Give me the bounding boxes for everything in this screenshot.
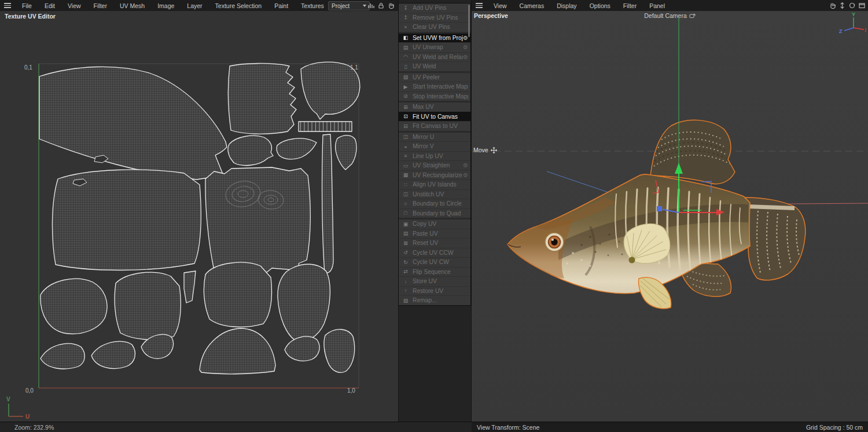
menu-item-label: Max UV	[413, 104, 468, 110]
menubar-item-uv-mesh[interactable]: UV Mesh	[113, 2, 151, 9]
dorsal-fin	[650, 120, 735, 184]
project-dropdown[interactable]: Project	[328, 1, 370, 10]
menu-item-label: Stop Interactive Mapping	[413, 93, 468, 100]
menu-item-label: Set UVW from Projection	[413, 35, 463, 41]
menubar-item-paint[interactable]: Paint	[268, 2, 295, 9]
menubar-item-view[interactable]: View	[487, 2, 513, 9]
menubar-item-cameras[interactable]: Cameras	[513, 2, 551, 9]
menu-item-label: Boundary to Circle	[413, 200, 468, 207]
uv-island	[336, 136, 356, 170]
menu-item-clear-uv-pins: ×Clear UV Pins	[399, 22, 470, 32]
scrollbar-thumb[interactable]	[468, 5, 470, 37]
menu-item-label: UV Straighten	[413, 162, 463, 169]
boundary-quad-icon: □	[402, 210, 409, 216]
menu-item-label: Align UV Islands	[413, 181, 468, 188]
svg-text:V: V	[6, 396, 10, 402]
menubar-item-textures[interactable]: Textures	[295, 2, 330, 9]
orbit-icon[interactable]	[848, 1, 856, 9]
menu-item-label: Cycle UV CCW	[413, 250, 468, 256]
uv-island	[41, 343, 84, 369]
uv-island	[204, 262, 271, 327]
uv-canvas[interactable]: V U	[0, 11, 398, 422]
uv-tool-menu: ↧Add UV Pins↥Remove UV Pins×Clear UV Pin…	[398, 3, 471, 306]
pin-add-icon: ↧	[402, 5, 409, 11]
menu-item-fit-uv-to-canvas[interactable]: ⊡Fit UV to Canvas	[399, 112, 470, 122]
menu-item-label: Mirror U	[413, 134, 468, 140]
menubar-item-layer[interactable]: Layer	[181, 2, 208, 9]
flip-icon: ⇄	[402, 269, 409, 274]
menu-item-unstitch-uv: ◫Unstitch UV	[399, 189, 470, 199]
menubar-item-edit[interactable]: Edit	[38, 2, 61, 9]
menu-item-fit-canvas-to-uv: ⊟Fit Canvas to UV	[399, 121, 470, 131]
copy-icon: ▣	[402, 221, 409, 227]
menu-item-label: Restore UV	[413, 288, 468, 294]
move-tool-icon	[491, 147, 497, 153]
uv-editor-panel[interactable]: Texture UV Editor	[0, 11, 398, 422]
menubar-item-panel[interactable]: Panel	[643, 2, 671, 9]
menu-item-label: Copy UV	[413, 221, 468, 227]
zoom-updown-icon[interactable]	[838, 1, 846, 9]
gear-icon: ⚙	[463, 54, 468, 60]
fish-model[interactable]	[507, 120, 806, 309]
zoom-level: Zoom: 232.9%	[14, 424, 54, 431]
align-islands-icon: ∷	[402, 182, 409, 188]
pan-hand-icon[interactable]	[387, 1, 395, 9]
pan-hand-icon[interactable]	[829, 1, 836, 9]
uv-islands[interactable]	[39, 62, 360, 374]
chevron-down-icon	[363, 5, 366, 7]
menu-item-set-uvw-from-projection[interactable]: ◧Set UVW from Projection⚙	[399, 34, 470, 43]
lock-icon[interactable]	[377, 1, 385, 9]
menubar-item-image[interactable]: Image	[151, 2, 181, 9]
boundary-circle-icon: ○	[402, 201, 409, 207]
menubar-item-view[interactable]: View	[61, 2, 87, 9]
menubar-item-texture-selection[interactable]: Texture Selection	[209, 2, 269, 9]
menu-item-label: Paste UV	[413, 230, 468, 237]
unstitch-icon: ◫	[402, 191, 409, 197]
gear-icon: ⚙	[463, 172, 468, 178]
stop-icon: ⊘	[402, 93, 409, 99]
menu-item-label: UV Weld and Relax	[413, 54, 463, 60]
lineup-icon: ≡	[402, 153, 409, 159]
cycle-ccw-icon: ↺	[402, 250, 409, 255]
weld-relax-icon: ◠	[402, 54, 409, 60]
play-icon: ▶	[402, 84, 409, 90]
panel-title: Texture UV Editor	[5, 13, 56, 20]
menu-group: ⊞Max UV⊡Fit UV to Canvas⊟Fit Canvas to U…	[399, 102, 470, 131]
gear-icon[interactable]: ⚙	[463, 35, 468, 41]
gear-icon: ⚙	[463, 162, 468, 169]
clear-icon: ×	[402, 24, 409, 30]
max-uv-icon: ⊞	[402, 104, 409, 110]
hamburger-menu-icon[interactable]	[476, 3, 483, 8]
app-window: FileEditViewFilterUV MeshImageLayerTextu…	[0, 0, 868, 432]
orientation-axis-gizmo[interactable]: Y Z X	[834, 12, 866, 36]
tail-fin	[745, 197, 806, 280]
uv-corner-11: 1,1	[350, 64, 358, 71]
viewport-scene[interactable]	[472, 11, 868, 422]
3d-viewport[interactable]: Perspective Default Camera Move Y Z X	[472, 11, 868, 422]
menu-item-uv-peeler: ▧UV Peeler	[399, 73, 470, 82]
uv-corner-00: 0,0	[25, 387, 34, 394]
menubar-item-options[interactable]: Options	[583, 2, 617, 9]
uv-island	[52, 170, 201, 270]
maximize-window-icon[interactable]	[858, 1, 866, 9]
menu-item-label: Remove UV Pins	[413, 14, 468, 21]
menubar-item-file[interactable]: File	[16, 2, 38, 9]
reset-icon: ⊠	[402, 240, 409, 246]
histogram-icon[interactable]	[367, 1, 375, 9]
menu-item-uv-straighten: ▭UV Straighten⚙	[399, 160, 470, 170]
rectangularize-icon: ▦	[402, 172, 409, 178]
camera-swap-icon	[689, 13, 696, 19]
svg-text:X: X	[865, 27, 866, 33]
menubar-item-display[interactable]: Display	[550, 2, 583, 9]
menu-item-label: Store UV	[413, 278, 468, 284]
menubar-item-filter[interactable]: Filter	[87, 2, 113, 9]
hamburger-menu-icon[interactable]	[4, 3, 11, 8]
camera-label[interactable]: Default Camera	[472, 12, 868, 19]
active-tool-label: Move	[473, 147, 497, 153]
menu-item-uv-weld-and-relax: ◠UV Weld and Relax⚙	[399, 52, 470, 62]
uv-island	[115, 272, 181, 339]
menu-item-cycle-uv-cw: ↻Cycle UV CW	[399, 257, 470, 267]
menu-item-line-up-uv: ≡Line Up UV	[399, 151, 470, 161]
menu-item-stop-interactive-mapping: ⊘Stop Interactive Mapping	[399, 91, 470, 101]
menubar-item-filter[interactable]: Filter	[617, 2, 643, 9]
